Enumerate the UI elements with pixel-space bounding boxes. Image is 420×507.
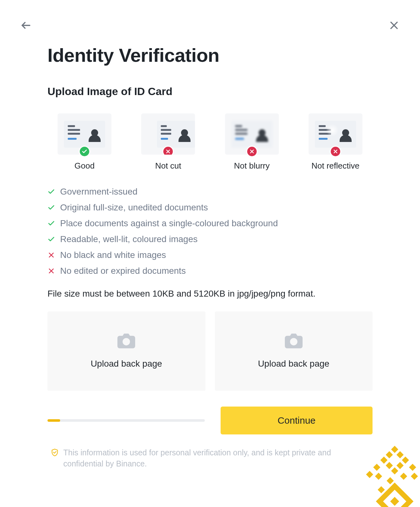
svg-rect-14 bbox=[397, 451, 404, 459]
example-label: Good bbox=[74, 161, 95, 171]
shield-check-icon bbox=[51, 448, 59, 458]
check-icon bbox=[47, 188, 55, 196]
x-icon bbox=[47, 267, 55, 275]
check-icon bbox=[47, 220, 55, 227]
rule-text: Place documents against a single-coloure… bbox=[60, 218, 278, 228]
progress-fill bbox=[47, 419, 60, 422]
svg-rect-13 bbox=[391, 446, 398, 453]
svg-rect-25 bbox=[375, 473, 382, 480]
rule-item: Place documents against a single-coloure… bbox=[47, 218, 373, 228]
close-icon bbox=[389, 20, 399, 31]
svg-rect-16 bbox=[386, 451, 393, 459]
examples-row: Good Not cut bbox=[47, 113, 373, 171]
file-size-note: File size must be between 10KB and 5120K… bbox=[47, 289, 373, 299]
svg-rect-30 bbox=[378, 486, 385, 493]
x-icon bbox=[47, 251, 55, 259]
x-icon bbox=[330, 146, 341, 157]
example-not-cut: Not cut bbox=[131, 113, 205, 171]
close-button[interactable] bbox=[388, 19, 400, 32]
rule-item: Original full-size, unedited documents bbox=[47, 202, 373, 213]
camera-icon bbox=[117, 333, 135, 350]
rule-item: No edited or expired documents bbox=[47, 266, 373, 276]
svg-rect-18 bbox=[380, 457, 388, 464]
page-title: Identity Verification bbox=[47, 44, 373, 66]
upload-back-left[interactable]: Upload back page bbox=[47, 311, 205, 391]
example-good: Good bbox=[47, 113, 122, 171]
page-subtitle: Upload Image of ID Card bbox=[47, 85, 373, 98]
rule-text: Original full-size, unedited documents bbox=[60, 202, 208, 213]
example-card bbox=[141, 113, 195, 155]
rule-text: Government-issued bbox=[60, 187, 137, 197]
x-icon bbox=[162, 146, 174, 155]
svg-rect-17 bbox=[397, 462, 404, 469]
camera-icon bbox=[285, 333, 303, 350]
rule-text: No black and white images bbox=[60, 250, 166, 260]
example-label: Not cut bbox=[155, 161, 181, 171]
example-label: Not reflective bbox=[311, 161, 360, 171]
upload-back-right[interactable]: Upload back page bbox=[215, 311, 373, 391]
example-card bbox=[58, 113, 111, 155]
x-icon bbox=[246, 146, 258, 157]
svg-rect-23 bbox=[400, 473, 407, 480]
example-not-reflective: Not reflective bbox=[298, 113, 373, 171]
svg-rect-28 bbox=[390, 497, 399, 506]
upload-label: Upload back page bbox=[258, 359, 329, 369]
progress-bar bbox=[47, 419, 205, 422]
rule-text: Readable, well-lit, coloured images bbox=[60, 234, 197, 244]
back-button[interactable] bbox=[20, 19, 32, 32]
svg-rect-22 bbox=[411, 473, 418, 480]
example-card bbox=[309, 113, 362, 155]
svg-rect-29 bbox=[387, 477, 394, 485]
disclaimer-text: This information is used for personal ve… bbox=[63, 447, 373, 469]
rule-item: Readable, well-lit, coloured images bbox=[47, 234, 373, 244]
check-icon bbox=[47, 204, 55, 211]
arrow-left-icon bbox=[20, 20, 32, 31]
continue-button[interactable]: Continue bbox=[221, 407, 373, 434]
svg-rect-19 bbox=[386, 462, 393, 469]
example-label: Not blurry bbox=[234, 161, 270, 171]
rule-text: No edited or expired documents bbox=[60, 266, 186, 276]
disclaimer: This information is used for personal ve… bbox=[47, 447, 373, 469]
svg-rect-20 bbox=[391, 467, 398, 475]
example-card bbox=[225, 113, 279, 155]
example-not-blurry: Not blurry bbox=[215, 113, 289, 171]
rule-item: No black and white images bbox=[47, 250, 373, 260]
check-icon bbox=[47, 235, 55, 243]
upload-label: Upload back page bbox=[91, 359, 162, 369]
rule-item: Government-issued bbox=[47, 187, 373, 197]
svg-rect-26 bbox=[366, 471, 373, 478]
check-icon bbox=[79, 146, 90, 157]
svg-rect-21 bbox=[409, 464, 416, 471]
svg-rect-24 bbox=[373, 464, 380, 471]
rules-list: Government-issued Original full-size, un… bbox=[47, 187, 373, 276]
svg-rect-15 bbox=[402, 457, 409, 464]
